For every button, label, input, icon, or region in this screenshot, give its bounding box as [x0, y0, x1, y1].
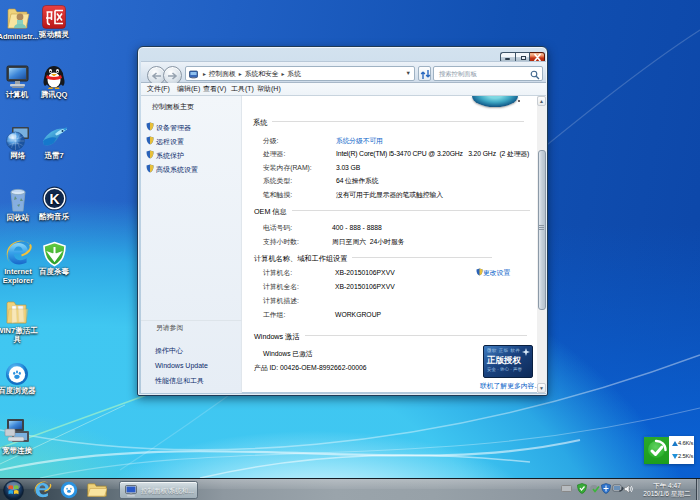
svg-text:K: K [49, 191, 59, 207]
